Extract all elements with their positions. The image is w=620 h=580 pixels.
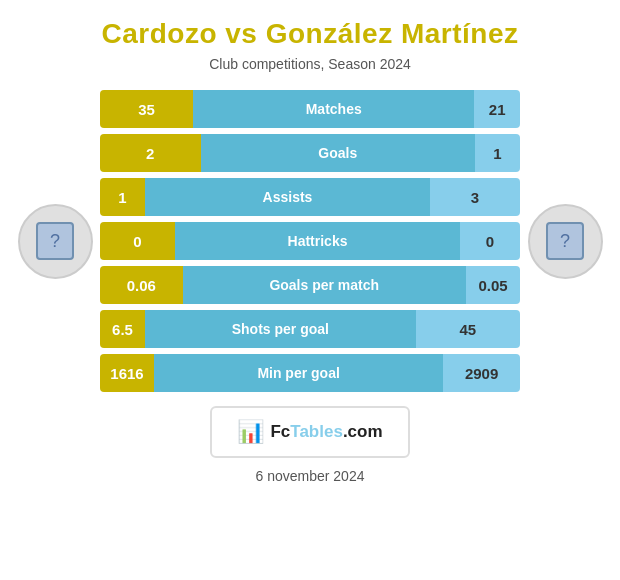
- stats-container: 35Matches212Goals11Assists30Hattricks00.…: [100, 90, 520, 392]
- stat-center-label: Hattricks: [175, 222, 460, 260]
- stat-row: 0.06Goals per match0.05: [100, 266, 520, 304]
- stat-row: 1616Min per goal2909: [100, 354, 520, 392]
- stat-left-value: 0.06: [100, 266, 183, 304]
- stat-right-value: 45: [416, 310, 520, 348]
- stat-center-label: Min per goal: [154, 354, 443, 392]
- right-avatar-icon: ?: [546, 222, 584, 260]
- stat-row: 35Matches21: [100, 90, 520, 128]
- left-avatar-icon: ?: [36, 222, 74, 260]
- right-avatar-circle: ?: [528, 204, 603, 279]
- stat-center-label: Matches: [193, 90, 474, 128]
- stat-right-value: 21: [474, 90, 520, 128]
- stat-row: 1Assists3: [100, 178, 520, 216]
- stat-right-value: 0.05: [466, 266, 520, 304]
- stat-center-label: Goals per match: [183, 266, 467, 304]
- logo-text: FcTables.com: [270, 422, 382, 442]
- stat-left-value: 6.5: [100, 310, 145, 348]
- stat-row: 0Hattricks0: [100, 222, 520, 260]
- logo-chart-icon: 📊: [237, 419, 264, 445]
- stat-right-value: 1: [475, 134, 520, 172]
- comparison-area: ? 35Matches212Goals11Assists30Hattricks0…: [0, 90, 620, 392]
- stat-right-value: 0: [460, 222, 520, 260]
- right-player-avatar: ?: [520, 204, 610, 279]
- logo-area: 📊 FcTables.com: [210, 406, 410, 458]
- page-title: Cardozo vs González Martínez: [102, 18, 519, 50]
- stat-center-label: Assists: [145, 178, 430, 216]
- page-subtitle: Club competitions, Season 2024: [209, 56, 411, 72]
- left-avatar-circle: ?: [18, 204, 93, 279]
- footer-date: 6 november 2024: [256, 468, 365, 484]
- stat-left-value: 1: [100, 178, 145, 216]
- stat-left-value: 1616: [100, 354, 154, 392]
- page: Cardozo vs González Martínez Club compet…: [0, 0, 620, 580]
- stat-row: 6.5Shots per goal45: [100, 310, 520, 348]
- stat-left-value: 35: [100, 90, 193, 128]
- stat-right-value: 3: [430, 178, 520, 216]
- stat-right-value: 2909: [443, 354, 520, 392]
- stat-row: 2Goals1: [100, 134, 520, 172]
- stat-center-label: Goals: [201, 134, 476, 172]
- stat-left-value: 0: [100, 222, 175, 260]
- stat-center-label: Shots per goal: [145, 310, 416, 348]
- left-player-avatar: ?: [10, 204, 100, 279]
- stat-left-value: 2: [100, 134, 201, 172]
